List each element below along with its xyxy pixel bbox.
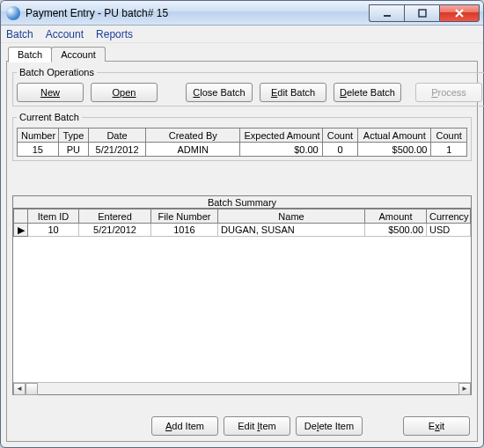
grid-hdr-currency[interactable]: Currency [427, 209, 471, 224]
edit-item-button[interactable]: Edit Item [224, 416, 290, 436]
grid-hscrollbar[interactable]: ◄ ► [13, 382, 471, 394]
hdr-count2: Count [431, 129, 467, 143]
bottom-button-row: Add Item Edit Item Delete Item Exit [11, 415, 473, 437]
grid-table[interactable]: Item ID Entered File Number Name Amount … [13, 209, 471, 237]
tab-account[interactable]: Account [51, 47, 106, 62]
table-row[interactable]: ▶ 10 5/21/2012 1016 DUGAN, SUSAN $500.00… [14, 224, 471, 237]
maximize-button[interactable] [404, 4, 439, 22]
delete-batch-button[interactable]: Delete Batch [334, 83, 401, 102]
menubar: Batch Account Reports [1, 26, 483, 43]
val-actamt: $500.00 [358, 143, 431, 157]
open-button-label: Open [113, 87, 136, 98]
hdr-date: Date [89, 129, 146, 143]
group-current-batch-legend: Current Batch [17, 112, 82, 122]
scroll-left-icon[interactable]: ◄ [13, 383, 26, 395]
delete-item-button[interactable]: Delete Item [296, 416, 363, 436]
window-controls [369, 4, 480, 22]
grid-body: Item ID Entered File Number Name Amount … [13, 209, 471, 382]
close-button[interactable] [439, 4, 480, 22]
scroll-thumb[interactable] [26, 383, 38, 395]
new-button[interactable]: New [17, 83, 84, 102]
open-button[interactable]: Open [91, 83, 158, 102]
group-current-batch: Current Batch Number Type Date Created B… [12, 112, 472, 161]
app-icon [6, 6, 20, 20]
menu-batch[interactable]: Batch [6, 28, 33, 40]
menu-reports[interactable]: Reports [96, 28, 133, 40]
cell-name: DUGAN, SUSAN [218, 224, 365, 237]
grid-hdr-row [14, 209, 28, 224]
svg-rect-0 [384, 15, 391, 17]
val-type: PU [58, 143, 88, 157]
grid-hdr-name[interactable]: Name [218, 209, 365, 224]
titlebar[interactable]: Payment Entry - PU batch# 15 [1, 1, 483, 26]
val-count2: 1 [431, 143, 467, 157]
batch-summary-grid: Batch Summary Item ID Entered File Numbe… [12, 195, 472, 395]
tabpage-batch: Batch Operations New Open Close Batch Ed… [6, 61, 478, 442]
cell-currency: USD [427, 224, 471, 237]
minimize-button[interactable] [369, 4, 404, 22]
cell-amount: $500.00 [365, 224, 427, 237]
scroll-right-icon[interactable]: ► [458, 383, 471, 395]
current-batch-table: Number Type Date Created By Expected Amo… [17, 128, 467, 157]
svg-rect-1 [419, 10, 426, 17]
new-button-label: New [40, 87, 60, 98]
hdr-count1: Count [322, 129, 358, 143]
grid-hdr-entered[interactable]: Entered [79, 209, 151, 224]
hdr-created: Created By [145, 129, 239, 143]
val-date: 5/21/2012 [89, 143, 146, 157]
val-expamt: $0.00 [240, 143, 322, 157]
hdr-number: Number [18, 129, 59, 143]
val-created: ADMIN [145, 143, 239, 157]
app-window: Payment Entry - PU batch# 15 Batch Accou… [0, 0, 484, 448]
val-number: 15 [18, 143, 59, 157]
cell-itemid: 10 [28, 224, 79, 237]
menu-account[interactable]: Account [46, 28, 84, 40]
tab-batch[interactable]: Batch [8, 47, 52, 62]
client-area: Batch Account Batch Operations New Open … [6, 44, 478, 442]
group-batch-operations: Batch Operations New Open Close Batch Ed… [12, 67, 484, 106]
hdr-actamt: Actual Amount [358, 129, 431, 143]
tabstrip: Batch Account [6, 44, 478, 62]
current-batch-row[interactable]: 15 PU 5/21/2012 ADMIN $0.00 0 $500.00 1 [18, 143, 467, 157]
hdr-expamt: Expected Amount [240, 129, 322, 143]
window-title: Payment Entry - PU batch# 15 [26, 7, 369, 19]
val-count1: 0 [322, 143, 358, 157]
process-button: Process [415, 83, 482, 102]
edit-batch-button[interactable]: Edit Batch [260, 83, 326, 102]
cell-filenum: 1016 [151, 224, 218, 237]
cell-entered: 5/21/2012 [79, 224, 151, 237]
exit-button[interactable]: Exit [403, 416, 470, 436]
grid-title: Batch Summary [13, 196, 471, 209]
batch-operations-row: New Open Close Batch Edit Batch Delete B… [17, 83, 482, 102]
add-item-button[interactable]: Add Item [151, 416, 218, 436]
grid-hdr-itemid[interactable]: Item ID [28, 209, 79, 224]
row-marker-icon: ▶ [14, 224, 28, 237]
grid-hdr-filenum[interactable]: File Number [151, 209, 218, 224]
grid-hdr-amount[interactable]: Amount [365, 209, 427, 224]
close-batch-button[interactable]: Close Batch [186, 83, 253, 102]
group-batch-operations-legend: Batch Operations [17, 67, 97, 77]
hdr-type: Type [58, 129, 88, 143]
scroll-track[interactable] [26, 383, 458, 395]
